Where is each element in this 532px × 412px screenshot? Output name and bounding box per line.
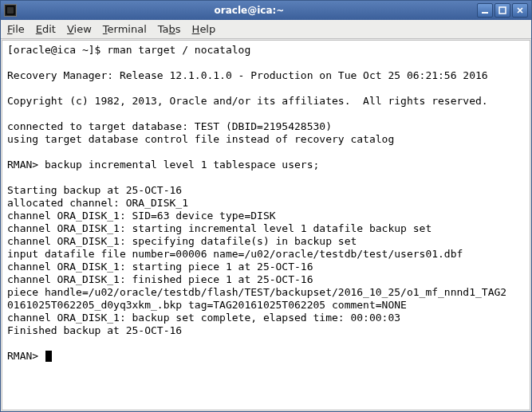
menu-help[interactable]: Help [192,23,216,35]
menu-file[interactable]: File [7,23,25,35]
app-icon [4,4,17,17]
cursor [45,351,52,362]
menubar: File Edit View Terminal Tabs Help [1,20,531,39]
svg-rect-3 [499,7,506,14]
titlebar: oracle@ica:~ [1,1,531,20]
window-controls [477,3,528,18]
menu-edit[interactable]: Edit [36,23,56,35]
menu-view[interactable]: View [67,23,92,35]
terminal-output[interactable]: [oracle@ica ~]$ rman target / nocatalog … [2,40,530,410]
minimize-button[interactable] [477,3,493,18]
svg-rect-2 [482,12,488,14]
menu-terminal[interactable]: Terminal [103,23,147,35]
maximize-button[interactable] [495,3,510,18]
svg-rect-1 [7,7,14,14]
terminal-window: oracle@ica:~ File Edit View Terminal Tab… [0,0,532,412]
close-button[interactable] [512,3,528,18]
window-title: oracle@ica:~ [22,5,477,16]
menu-tabs[interactable]: Tabs [158,23,181,35]
